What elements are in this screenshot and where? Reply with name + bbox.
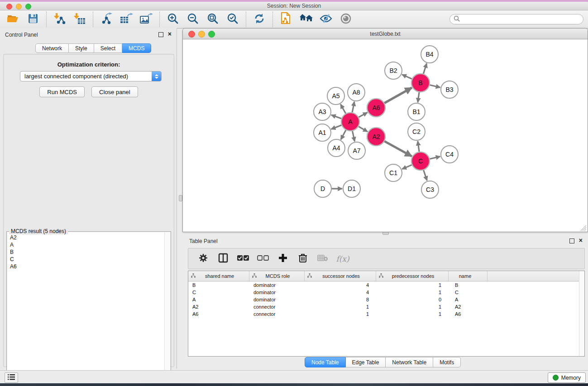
- export-image-button[interactable]: [138, 12, 155, 27]
- node-A6[interactable]: A6: [367, 99, 385, 117]
- edge-C-C4[interactable]: [430, 157, 440, 159]
- edge-C-C2[interactable]: [418, 141, 419, 152]
- search-input[interactable]: [463, 16, 579, 23]
- table-row[interactable]: Bdominator41B: [188, 281, 584, 289]
- close-table-panel-icon[interactable]: ×: [579, 236, 583, 244]
- column-header-successor-nodes[interactable]: successor nodes: [305, 271, 376, 281]
- node-A8[interactable]: A8: [348, 84, 365, 101]
- zoom-out-button[interactable]: [184, 12, 201, 27]
- table-scrollbar[interactable]: [579, 271, 584, 356]
- clone-network-button[interactable]: [277, 12, 295, 27]
- delete-table-button[interactable]: [316, 252, 330, 266]
- show-column-panel-button[interactable]: [216, 252, 230, 266]
- edge-A-A2[interactable]: [359, 127, 368, 132]
- select-all-columns-button[interactable]: [236, 252, 250, 266]
- table-row[interactable]: A6connector11A6: [188, 310, 584, 318]
- tab-style[interactable]: Style: [69, 43, 94, 53]
- criterion-dropdown[interactable]: largest connected component (directed): [20, 71, 162, 81]
- float-table-panel-icon[interactable]: [569, 238, 574, 243]
- edge-A-A7[interactable]: [352, 131, 354, 142]
- cybrowser-home-button[interactable]: [297, 12, 315, 27]
- node-C[interactable]: C: [411, 152, 430, 170]
- import-table-button[interactable]: [71, 12, 88, 27]
- edge-A-A5[interactable]: [340, 104, 345, 113]
- column-header-shared-name[interactable]: shared name: [188, 271, 249, 281]
- node-A1[interactable]: A1: [314, 124, 331, 141]
- tab-motifs[interactable]: Motifs: [433, 357, 461, 367]
- column-header-predecessor-nodes[interactable]: predecessor nodes: [376, 271, 449, 281]
- edge-B-B2[interactable]: [402, 75, 412, 79]
- node-A7[interactable]: A7: [348, 142, 365, 159]
- function-builder-button[interactable]: f(x): [336, 252, 349, 266]
- save-session-button[interactable]: [24, 12, 42, 27]
- node-A3[interactable]: A3: [314, 103, 331, 120]
- close-panel-button[interactable]: Close panel: [91, 86, 138, 97]
- show-graphics-details-button[interactable]: [337, 12, 354, 27]
- window-resize-grip[interactable]: [581, 225, 587, 231]
- mcds-result-list[interactable]: A2ABCA6: [7, 232, 170, 385]
- edge-A-A4[interactable]: [341, 130, 346, 140]
- import-network-button[interactable]: [51, 12, 68, 27]
- column-header-MCDS-role[interactable]: MCDS role: [249, 271, 305, 281]
- table-row[interactable]: Adominator80A: [188, 296, 584, 303]
- export-table-button[interactable]: [118, 12, 135, 27]
- tab-select[interactable]: Select: [94, 43, 122, 53]
- edge-A2-C[interactable]: [384, 141, 411, 156]
- node-C3[interactable]: C3: [421, 181, 439, 198]
- close-panel-icon[interactable]: ×: [168, 30, 172, 38]
- edge-A6-B[interactable]: [384, 88, 412, 103]
- edge-C-C1[interactable]: [402, 165, 411, 169]
- edge-A-A1[interactable]: [331, 125, 342, 129]
- node-D[interactable]: D: [314, 180, 331, 197]
- zoom-in-button[interactable]: [164, 12, 182, 27]
- node-B[interactable]: B: [411, 74, 430, 92]
- edge-B-B4[interactable]: [423, 63, 426, 74]
- result-list-item[interactable]: C: [7, 256, 170, 263]
- node-A2[interactable]: A2: [367, 128, 385, 146]
- result-list-item[interactable]: A: [7, 241, 170, 248]
- tab-network[interactable]: Network: [35, 43, 69, 53]
- node-C1[interactable]: C1: [385, 164, 402, 181]
- hide-graphics-details-button[interactable]: [317, 12, 335, 27]
- node-D1[interactable]: D1: [343, 180, 360, 197]
- tab-edge-table[interactable]: Edge Table: [346, 357, 386, 367]
- result-list-item[interactable]: B: [7, 248, 170, 256]
- column-header-name[interactable]: name: [449, 271, 488, 281]
- network-canvas[interactable]: B4B2BB3B1A5A8A6A3AA1A2C2A4A7C4CC1C3DD1: [183, 39, 587, 232]
- float-panel-icon[interactable]: [158, 32, 163, 37]
- table-settings-button[interactable]: [196, 252, 210, 266]
- node-B1[interactable]: B1: [408, 103, 425, 120]
- left-splitter-handle[interactable]: [179, 195, 182, 201]
- edge-A-A3[interactable]: [331, 115, 341, 119]
- refresh-view-button[interactable]: [251, 12, 268, 27]
- node-C4[interactable]: C4: [441, 146, 458, 163]
- table-row[interactable]: Cdominator41C: [188, 289, 584, 296]
- node-A5[interactable]: A5: [327, 87, 344, 105]
- delete-column-button[interactable]: [296, 252, 310, 266]
- node-A4[interactable]: A4: [328, 139, 345, 157]
- result-list-item[interactable]: A6: [7, 263, 170, 270]
- node-C2[interactable]: C2: [408, 123, 425, 140]
- edge-B-B1[interactable]: [418, 92, 419, 102]
- node-table[interactable]: shared nameMCDS rolesuccessor nodesprede…: [188, 271, 585, 357]
- tab-mcds[interactable]: MCDS: [122, 43, 151, 53]
- edge-C-C3[interactable]: [424, 170, 427, 181]
- memory-button[interactable]: Memory: [548, 372, 586, 383]
- tab-node-table[interactable]: Node Table: [305, 357, 346, 367]
- edge-A-A8[interactable]: [352, 102, 354, 113]
- deselect-all-columns-button[interactable]: [256, 252, 270, 266]
- edge-B-B3[interactable]: [430, 85, 440, 87]
- table-row[interactable]: A2connector11A2: [188, 303, 584, 310]
- node-B2[interactable]: B2: [385, 62, 402, 79]
- node-A[interactable]: A: [341, 113, 359, 131]
- network-window-titlebar[interactable]: testGlobe.txt: [183, 29, 588, 39]
- result-list-item[interactable]: A2: [7, 234, 170, 241]
- run-mcds-button[interactable]: Run MCDS: [39, 86, 85, 97]
- result-list-scrollbar[interactable]: [164, 232, 170, 385]
- node-B3[interactable]: B3: [441, 81, 458, 98]
- task-history-button[interactable]: [5, 372, 18, 383]
- tab-network-table[interactable]: Network Table: [386, 357, 433, 367]
- edge-A-A6[interactable]: [359, 113, 367, 117]
- export-network-button[interactable]: [98, 12, 115, 27]
- open-session-button[interactable]: [5, 12, 22, 27]
